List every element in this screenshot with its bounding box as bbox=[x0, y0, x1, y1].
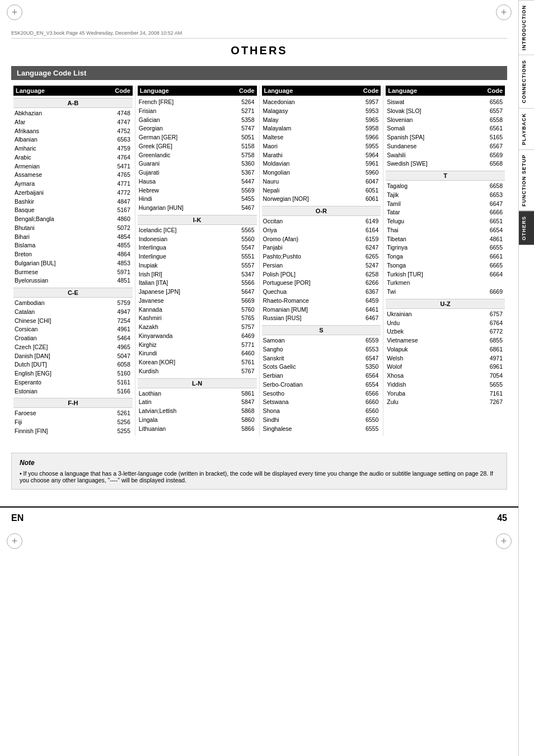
language-name: Setswana bbox=[262, 398, 340, 407]
tab-connections[interactable]: CONNECTIONS bbox=[519, 55, 534, 108]
table-row: Bhutani5072 bbox=[13, 224, 133, 233]
language-name: Guarani bbox=[138, 159, 216, 168]
table-row: Macedonian5957 bbox=[262, 98, 381, 107]
table-row: Hebrew5569 bbox=[138, 186, 257, 195]
table-row: French [FRE]5264 bbox=[138, 98, 257, 107]
table-row: Zulu7267 bbox=[386, 398, 505, 407]
language-name: Afar bbox=[13, 118, 92, 127]
language-name: German [GER] bbox=[138, 133, 216, 142]
table-row: Laothian5861 bbox=[138, 389, 257, 398]
table-row: Spanish [SPA]5165 bbox=[386, 133, 505, 142]
language-code: 6550 bbox=[340, 416, 381, 425]
language-code: 5868 bbox=[216, 407, 257, 416]
language-name: Swedish [SWE] bbox=[386, 159, 464, 168]
language-name: Slovak [SLO] bbox=[386, 107, 464, 116]
corner-top-left bbox=[7, 4, 22, 20]
tab-function-setup[interactable]: FUNCTION SETUP bbox=[519, 149, 534, 211]
language-name: Icelandic [ICE] bbox=[138, 226, 216, 235]
table-row: Abkhazian4748 bbox=[13, 109, 133, 118]
language-name: Mongolian bbox=[262, 168, 340, 177]
table-row: Oromo (Afan)6159 bbox=[262, 235, 381, 244]
language-name: Laothian bbox=[138, 389, 216, 398]
language-name: Siswat bbox=[386, 98, 464, 107]
language-name: Rhaeto-Romance bbox=[262, 297, 340, 306]
col-language-header: Language bbox=[262, 86, 340, 96]
language-code: 5247 bbox=[340, 261, 381, 270]
language-name: Latvian;Lettish bbox=[138, 407, 216, 416]
language-code: 6661 bbox=[464, 252, 505, 261]
table-row: Setswana6660 bbox=[262, 398, 381, 407]
language-code: 6565 bbox=[464, 98, 505, 107]
table-row: Italian [ITA]5566 bbox=[138, 279, 257, 288]
language-code: 6651 bbox=[464, 217, 505, 226]
language-code: 4965 bbox=[92, 343, 133, 352]
table-row: Aymara4771 bbox=[13, 180, 133, 189]
language-name: Finnish [FIN] bbox=[13, 427, 92, 436]
language-name: Interlingua bbox=[138, 243, 216, 252]
footer-right: 45 bbox=[497, 513, 507, 523]
language-name: Greenlandic bbox=[138, 151, 216, 160]
language-code: 5957 bbox=[340, 98, 381, 107]
table-row: Turkish [TUR]6664 bbox=[386, 270, 505, 279]
language-code: 6061 bbox=[340, 195, 381, 204]
table-row: Sangho6553 bbox=[262, 345, 381, 354]
table-row: Byelorussian4851 bbox=[13, 276, 133, 285]
language-name: Gujarati bbox=[138, 168, 216, 177]
tab-playback[interactable]: PLAYBACK bbox=[519, 108, 534, 149]
section-divider-1-1: I-K bbox=[138, 215, 257, 225]
language-code: 5350 bbox=[340, 363, 381, 372]
table-row: Azerbaijani4772 bbox=[13, 189, 133, 198]
table-row: Tagalog6658 bbox=[386, 182, 505, 191]
language-code: 5953 bbox=[340, 107, 381, 116]
language-code: 7161 bbox=[464, 389, 505, 398]
language-code: 6058 bbox=[92, 360, 133, 369]
table-row: Turkmen bbox=[386, 279, 505, 288]
language-code: 5761 bbox=[216, 358, 257, 367]
language-code: 5347 bbox=[216, 270, 257, 279]
language-code: 5467 bbox=[216, 204, 257, 213]
language-name: Kurdish bbox=[138, 367, 216, 376]
language-name: Thai bbox=[386, 226, 464, 235]
table-row: Korean [KOR]5761 bbox=[138, 358, 257, 367]
language-name: Interlingue bbox=[138, 252, 216, 261]
language-name: Sangho bbox=[262, 345, 340, 354]
table-row: Tonga6661 bbox=[386, 252, 505, 261]
language-code: 4851 bbox=[92, 276, 133, 285]
table-row: English [ENG]5160 bbox=[13, 369, 133, 378]
table-row: Bihari4854 bbox=[13, 233, 133, 242]
table-row: Interlingua5547 bbox=[138, 243, 257, 252]
table-row: Welsh4971 bbox=[386, 354, 505, 363]
page-wrapper: INTRODUCTION CONNECTIONS PLAYBACK FUNCTI… bbox=[0, 0, 534, 756]
language-code: 6772 bbox=[464, 327, 505, 336]
table-row: Somali6561 bbox=[386, 124, 505, 133]
language-code: 5966 bbox=[340, 133, 381, 142]
tab-introduction[interactable]: INTRODUCTION bbox=[519, 0, 534, 55]
col-code-header: Code bbox=[463, 86, 505, 96]
language-name: Chinese [CHI] bbox=[13, 317, 92, 326]
language-name: Albanian bbox=[13, 135, 92, 144]
language-code: 5547 bbox=[216, 243, 257, 252]
table-row: Tatar6666 bbox=[386, 208, 505, 217]
table-row: Telugu6651 bbox=[386, 217, 505, 226]
language-name: Korean [KOR] bbox=[138, 358, 216, 367]
language-code: 5866 bbox=[216, 425, 257, 434]
table-row: Occitan6149 bbox=[262, 217, 381, 226]
table-row: Persian5247 bbox=[262, 261, 381, 270]
language-name: Nauru bbox=[262, 177, 340, 186]
table-row: Maori5955 bbox=[262, 142, 381, 151]
language-code: 4765 bbox=[92, 171, 133, 180]
language-name: Uzbek bbox=[386, 327, 464, 336]
table-row: Quechua6367 bbox=[262, 288, 381, 297]
language-code: 5960 bbox=[340, 168, 381, 177]
section-divider-0-0: A-B bbox=[13, 98, 133, 108]
language-code: 5760 bbox=[216, 306, 257, 314]
tab-others[interactable]: OTHERS bbox=[519, 211, 534, 245]
language-name: Marathi bbox=[262, 151, 340, 160]
language-name: Fiji bbox=[13, 418, 92, 427]
language-code: 6566 bbox=[340, 389, 381, 398]
table-row: Greenlandic5758 bbox=[138, 151, 257, 160]
language-name: Tamil bbox=[386, 200, 464, 209]
table-row: Russian [RUS]6467 bbox=[262, 314, 381, 323]
language-code: 6159 bbox=[340, 235, 381, 244]
language-name: Byelorussian bbox=[13, 276, 92, 285]
